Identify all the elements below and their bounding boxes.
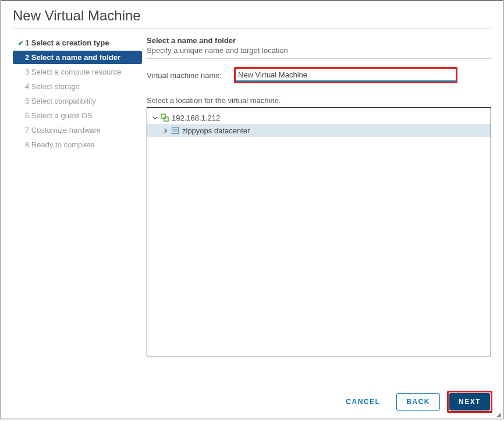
svg-rect-1 bbox=[164, 117, 168, 121]
wizard-step-8: 8 Ready to complete bbox=[13, 138, 142, 151]
wizard-step-6: 6 Select a guest OS bbox=[13, 109, 142, 122]
vm-name-row: Virtual machine name: bbox=[147, 67, 491, 83]
svg-rect-2 bbox=[172, 128, 179, 134]
wizard-step-2[interactable]: 2 Select a name and folder bbox=[13, 51, 142, 64]
new-vm-wizard-dialog: New Virtual Machine ✔ 1 Select a creatio… bbox=[1, 0, 503, 419]
step-label: 6 Select a guest OS bbox=[25, 111, 93, 120]
location-tree[interactable]: 192.168.1.212 zippyops datacenter bbox=[147, 107, 491, 356]
step-label: 3 Select a compute resource bbox=[25, 68, 121, 76]
next-button[interactable]: NEXT bbox=[449, 393, 490, 411]
wizard-footer: CANCEL BACK NEXT bbox=[1, 385, 503, 419]
vcenter-icon bbox=[160, 113, 169, 122]
datacenter-icon bbox=[171, 126, 180, 135]
vm-name-input-highlight bbox=[234, 67, 457, 83]
wizard-content: Select a name and folder Specify a uniqu… bbox=[142, 36, 491, 356]
section-title: Select a name and folder bbox=[147, 36, 491, 45]
resize-handle-icon[interactable]: ◢ bbox=[496, 411, 501, 418]
vm-name-input[interactable] bbox=[236, 69, 456, 82]
step-label: 8 Ready to complete bbox=[25, 140, 94, 149]
caret-down-icon[interactable] bbox=[152, 115, 158, 121]
caret-right-icon[interactable] bbox=[162, 128, 168, 133]
tree-row-datacenter[interactable]: zippyops datacenter bbox=[147, 124, 491, 137]
tree-label: 192.168.1.212 bbox=[172, 114, 220, 122]
step-label: 7 Customize hardware bbox=[25, 126, 101, 135]
svg-rect-0 bbox=[161, 114, 165, 118]
wizard-step-7: 7 Customize hardware bbox=[13, 123, 142, 137]
wizard-step-1[interactable]: ✔ 1 Select a creation type bbox=[13, 36, 142, 49]
checkmark-icon: ✔ bbox=[17, 39, 25, 47]
section-subtitle: Specify a unique name and target locatio… bbox=[147, 46, 491, 55]
step-label: 2 Select a name and folder bbox=[25, 53, 120, 62]
back-button[interactable]: BACK bbox=[396, 393, 440, 411]
wizard-step-5: 5 Select compatibility bbox=[13, 94, 142, 108]
location-label: Select a location for the virtual machin… bbox=[147, 96, 491, 105]
step-label: 5 Select compatibility bbox=[25, 97, 96, 105]
section-divider bbox=[147, 58, 491, 59]
wizard-step-3: 3 Select a compute resource bbox=[13, 65, 142, 79]
tree-row-host[interactable]: 192.168.1.212 bbox=[147, 111, 491, 124]
step-label: 1 Select a creation type bbox=[25, 38, 109, 47]
dialog-title: New Virtual Machine bbox=[1, 1, 503, 29]
dialog-body: ✔ 1 Select a creation type 2 Select a na… bbox=[1, 29, 503, 356]
wizard-steps: ✔ 1 Select a creation type 2 Select a na… bbox=[13, 36, 142, 356]
cancel-button[interactable]: CANCEL bbox=[336, 393, 389, 411]
next-button-highlight: NEXT bbox=[447, 391, 492, 413]
vm-name-label: Virtual machine name: bbox=[147, 71, 234, 80]
step-label: 4 Select storage bbox=[25, 82, 80, 91]
wizard-step-4: 4 Select storage bbox=[13, 80, 142, 93]
tree-label: zippyops datacenter bbox=[182, 126, 250, 135]
